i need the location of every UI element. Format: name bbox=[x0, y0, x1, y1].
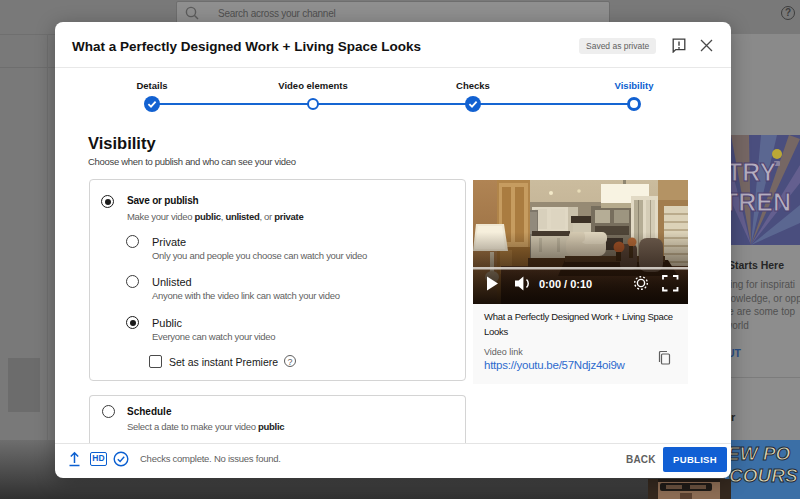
svg-text:TREN: TREN bbox=[731, 188, 791, 216]
svg-text:0:00 / 0:10: 0:00 / 0:10 bbox=[539, 278, 592, 290]
svg-text:TRY: TRY bbox=[731, 158, 776, 186]
